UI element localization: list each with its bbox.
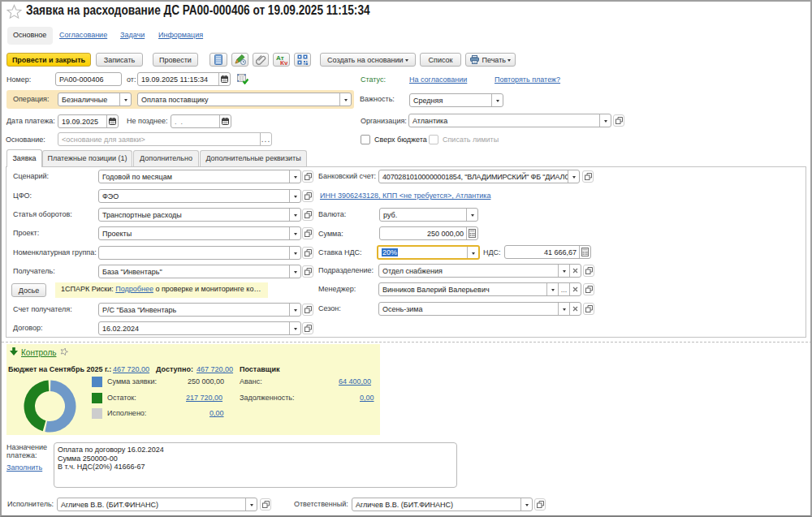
svg-text:Ку: Ку bbox=[280, 59, 287, 66]
